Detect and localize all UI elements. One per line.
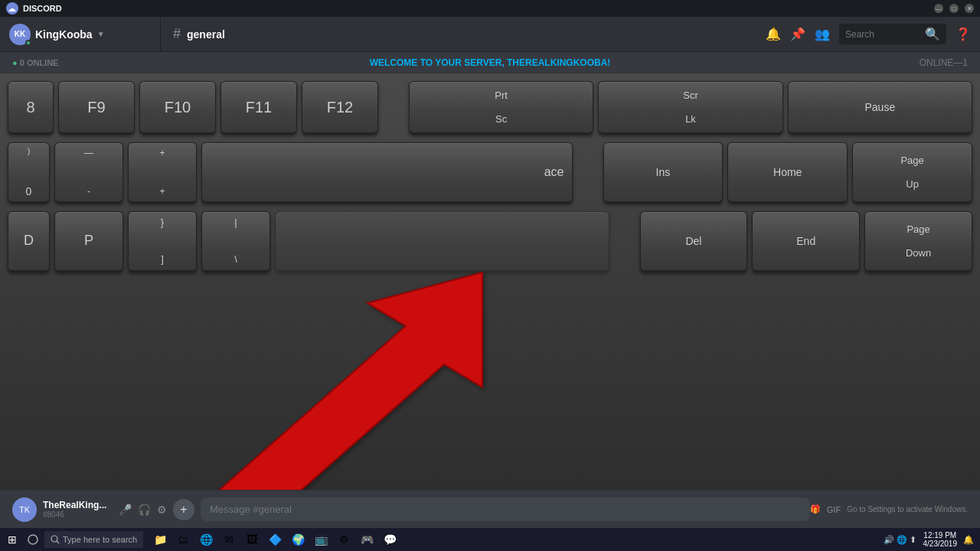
hash-icon: # xyxy=(173,26,181,42)
red-arrow xyxy=(153,227,582,490)
svg-point-2 xyxy=(51,536,57,542)
svg-line-3 xyxy=(57,541,59,543)
title-left: DISCORD xyxy=(6,2,62,15)
mic-icon[interactable]: 🎤 xyxy=(119,504,132,516)
key-f10: F10 xyxy=(139,81,216,135)
start-button[interactable]: ⊞ xyxy=(0,528,24,551)
key-rparen-partial: ) 0 xyxy=(8,142,50,204)
welcome-message: WELCOME TO YOUR SERVER, THEREALKINGKOOBA… xyxy=(370,57,611,68)
key-insert: Ins xyxy=(603,142,724,204)
key-plus: + + xyxy=(128,142,197,204)
taskbar-search[interactable]: Type here to search xyxy=(44,531,143,548)
key-backspace: ace xyxy=(201,142,573,204)
search-bar[interactable]: Search 🔍 xyxy=(839,24,946,44)
nav-bot-cluster: Del End PageDown xyxy=(640,211,973,272)
taskbar-app-icons: 📁 🗂 🌐 ✉ 🖼 🔷 🌍 📺 ⚙ 🎮 💬 xyxy=(149,529,400,550)
taskbar-mail-icon[interactable]: ✉ xyxy=(218,529,240,550)
key-f12: F12 xyxy=(302,81,378,135)
server-name-area: KK KingKooba ▼ xyxy=(0,17,161,51)
taskbar-steam-icon[interactable]: 🎮 xyxy=(356,529,377,550)
titlebar: DISCORD — □ ✕ xyxy=(0,0,980,17)
close-button[interactable]: ✕ xyxy=(965,4,974,13)
online-count-area: ● 0 ONLINE xyxy=(12,58,58,67)
keyboard-row-2: ) 0 — - + + ace Ins xyxy=(0,142,980,204)
username: TheRealKing... xyxy=(43,500,106,510)
taskbar-chrome-icon[interactable]: 🌍 xyxy=(287,529,309,550)
cortana-icon[interactable] xyxy=(24,534,41,545)
notification-icon[interactable]: 🔔 xyxy=(963,535,974,545)
taskbar-file-manager-icon[interactable]: 🗂 xyxy=(172,529,194,550)
discord-logo xyxy=(6,2,18,15)
key-delete: Del xyxy=(640,211,748,272)
taskbar-explorer-icon[interactable]: 📁 xyxy=(149,529,171,550)
minus-plus-keys: — - + + xyxy=(54,142,197,204)
gift-icon[interactable]: 🎁 xyxy=(810,504,821,514)
taskbar-app7-icon[interactable]: ⚙ xyxy=(333,529,354,550)
keyboard-row-1: 8 F9 F10 F11 F12 Prt Sc Scr Lk xyxy=(0,73,980,135)
key-p: P xyxy=(54,211,123,272)
taskbar-right: 🔊 🌐 ⬆ 12:19 PM 4/23/2019 🔔 xyxy=(884,531,980,548)
taskbar-notification-icons: 🔊 🌐 ⬆ xyxy=(884,535,916,545)
maximize-button[interactable]: □ xyxy=(949,4,959,13)
channel-name: general xyxy=(187,28,225,41)
taskbar-search-icon xyxy=(51,535,60,544)
channel-bar: KK KingKooba ▼ # general 🔔 📌 👥 Search 🔍 … xyxy=(0,17,980,52)
minimize-button[interactable]: — xyxy=(934,4,943,13)
question-icon[interactable]: ❓ xyxy=(956,27,971,41)
taskbar-discord-taskbar-icon[interactable]: 💬 xyxy=(379,529,400,550)
taskbar: ⊞ Type here to search 📁 🗂 🌐 ✉ 🖼 🔷 🌍 📺 ⚙ … xyxy=(0,528,980,551)
row-gap-1 xyxy=(0,135,980,142)
fkey-group: F9 F10 F11 F12 xyxy=(58,81,378,135)
taskbar-photos-icon[interactable]: 🖼 xyxy=(241,529,263,550)
channel-name-area: # general xyxy=(161,26,756,42)
taskbar-time: 12:19 PM 4/23/2019 xyxy=(923,531,958,548)
key-f9: F9 xyxy=(58,81,135,135)
taskbar-twitch-icon[interactable]: 📺 xyxy=(310,529,332,550)
add-attachment-button[interactable]: + xyxy=(173,499,194,520)
user-icons: 🎤 🎧 ⚙ xyxy=(119,504,167,516)
message-placeholder: Message #general xyxy=(210,504,292,515)
bottom-right-icons: 🎁 GIF Go to Settings to activate Windows… xyxy=(810,504,968,514)
headphone-icon[interactable]: 🎧 xyxy=(138,504,151,516)
key-home: Home xyxy=(727,142,848,204)
user-avatar: TK xyxy=(12,497,37,522)
server-avatar: KK xyxy=(9,24,31,45)
user-info-left: TK TheRealKing... #8046 🎤 🎧 ⚙ xyxy=(12,497,173,522)
taskbar-edge-icon[interactable]: 🌐 xyxy=(195,529,217,550)
online-indicator: ● 0 ONLINE xyxy=(12,58,58,67)
channel-bar-right: 🔔 📌 👥 Search 🔍 ❓ xyxy=(756,24,980,44)
key-f8-partial: 8 xyxy=(8,81,54,135)
svg-marker-0 xyxy=(214,272,482,490)
message-input[interactable]: Message #general xyxy=(201,497,810,521)
pin-icon[interactable]: 📌 xyxy=(790,27,805,41)
taskbar-search-text: Type here to search xyxy=(63,535,137,544)
key-d-partial: D xyxy=(8,211,50,272)
search-placeholder-text: Search xyxy=(845,29,874,40)
backspace-label: ace xyxy=(544,165,564,179)
search-icon: 🔍 xyxy=(925,27,940,41)
nav-mid-cluster: Ins Home PageUp xyxy=(603,142,973,204)
key-pageup: PageUp xyxy=(852,142,972,204)
key-prtsc: Prt Sc xyxy=(409,81,593,135)
titlebar-controls: — □ ✕ xyxy=(934,4,974,13)
main-content: 8 F9 F10 F11 F12 Prt Sc Scr Lk xyxy=(0,73,980,490)
online-dot-text: ● xyxy=(12,58,18,67)
nav-top-cluster: Prt Sc Scr Lk Pause xyxy=(409,81,972,135)
taskbar-app5-icon[interactable]: 🔷 xyxy=(264,529,286,550)
user-tag: #8046 xyxy=(43,510,106,519)
members-icon[interactable]: 👥 xyxy=(815,27,830,41)
key-end: End xyxy=(752,211,860,272)
gif-icon[interactable]: GIF xyxy=(827,505,841,514)
key-pause: Pause xyxy=(788,81,972,135)
settings-icon[interactable]: ⚙ xyxy=(157,504,167,516)
key-f11: F11 xyxy=(220,81,297,135)
user-details: TheRealKing... #8046 xyxy=(43,500,106,519)
dropdown-chevron-icon[interactable]: ▼ xyxy=(97,30,105,38)
discord-wordmark: DISCORD xyxy=(23,4,62,13)
activate-windows-text: Go to Settings to activate Windows. xyxy=(847,505,968,514)
bottom-bar: TK TheRealKing... #8046 🎤 🎧 ⚙ + Message … xyxy=(0,490,980,528)
bell-icon[interactable]: 🔔 xyxy=(766,27,781,41)
row-gap-2 xyxy=(0,204,980,211)
message-input-area: + Message #general xyxy=(173,497,810,521)
server-name-label: KingKooba xyxy=(35,28,93,41)
